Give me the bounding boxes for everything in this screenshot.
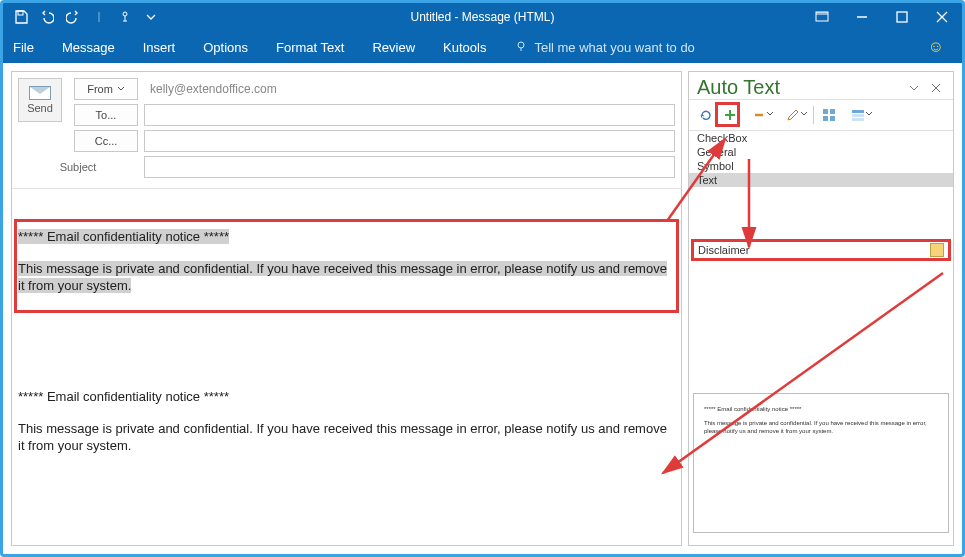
tab-message[interactable]: Message [62, 40, 115, 55]
redo-icon[interactable] [61, 5, 85, 29]
tab-format-text[interactable]: Format Text [276, 40, 344, 55]
maximize-icon[interactable] [882, 3, 922, 31]
ribbon-tabs: File Message Insert Options Format Text … [3, 31, 962, 63]
category-text[interactable]: Text [689, 173, 953, 187]
svg-rect-11 [830, 109, 835, 114]
ribbon-options-icon[interactable] [802, 3, 842, 31]
from-button[interactable]: From [74, 78, 138, 100]
qat-customize-icon[interactable] [139, 5, 163, 29]
subject-label: Subject [18, 161, 138, 173]
category-general[interactable]: General [689, 145, 953, 159]
svg-rect-13 [830, 116, 835, 121]
tell-me-label: Tell me what you want to do [534, 40, 694, 55]
preview-panel: ***** Email confidentiality notice *****… [693, 393, 949, 533]
entry-icon [930, 243, 944, 257]
body-line-1: ***** Email confidentiality notice ***** [18, 229, 229, 244]
title-bar: Untitled - Message (HTML) [3, 3, 962, 31]
edit-icon[interactable] [777, 104, 809, 126]
entry-label: Disclaimer [698, 244, 749, 256]
add-entry-icon[interactable] [719, 104, 741, 126]
tab-options[interactable]: Options [203, 40, 248, 55]
tab-kutools[interactable]: Kutools [443, 40, 486, 55]
smile-icon[interactable]: ☺ [928, 38, 944, 56]
quick-access-toolbar [3, 5, 163, 29]
save-icon[interactable] [9, 5, 33, 29]
pane-title: Auto Text [697, 76, 901, 99]
svg-rect-4 [816, 12, 828, 15]
cc-button[interactable]: Cc... [74, 130, 138, 152]
tab-review[interactable]: Review [372, 40, 415, 55]
body-line-4: This message is private and confidential… [18, 421, 675, 455]
svg-point-2 [123, 12, 127, 16]
pane-toolbar [689, 100, 953, 131]
send-label: Send [27, 102, 53, 114]
message-body[interactable]: ***** Email confidentiality notice *****… [12, 188, 681, 545]
body-line-2: This message is private and confidential… [18, 261, 667, 293]
autotext-entry-disclaimer[interactable]: Disclaimer [691, 239, 951, 261]
to-field[interactable] [144, 104, 675, 126]
category-checkbox[interactable]: CheckBox [689, 131, 953, 145]
svg-rect-12 [823, 116, 828, 121]
view-grid-icon[interactable] [818, 104, 840, 126]
svg-rect-14 [852, 110, 864, 113]
auto-text-pane: Auto Text [688, 71, 954, 546]
category-symbol[interactable]: Symbol [689, 159, 953, 173]
tab-file[interactable]: File [13, 40, 34, 55]
to-button[interactable]: To... [74, 104, 138, 126]
pane-close-icon[interactable] [927, 79, 945, 97]
pane-options-icon[interactable] [905, 79, 923, 97]
preview-line-1: ***** Email confidentiality notice ***** [704, 406, 938, 414]
cc-field[interactable] [144, 130, 675, 152]
preview-line-2: This message is private and confidential… [704, 420, 938, 436]
close-icon[interactable] [922, 3, 962, 31]
svg-point-7 [518, 42, 524, 48]
tell-me-search[interactable]: Tell me what you want to do [514, 40, 694, 55]
body-line-3: ***** Email confidentiality notice ***** [18, 389, 675, 406]
tab-insert[interactable]: Insert [143, 40, 176, 55]
from-value[interactable]: kelly@extendoffice.com [144, 82, 675, 96]
compose-panel: Send From kelly@extendoffice.com To... C… [11, 71, 682, 546]
undo-icon[interactable] [35, 5, 59, 29]
svg-rect-6 [897, 12, 907, 22]
svg-rect-15 [852, 114, 864, 117]
svg-rect-16 [852, 118, 864, 121]
envelope-icon [29, 86, 51, 100]
subject-field[interactable] [144, 156, 675, 178]
lightbulb-icon [514, 40, 528, 54]
remove-icon[interactable] [743, 104, 775, 126]
refresh-icon[interactable] [695, 104, 717, 126]
window-title: Untitled - Message (HTML) [410, 10, 554, 24]
qat-separator-icon [87, 5, 111, 29]
touch-mode-icon[interactable] [113, 5, 137, 29]
send-button[interactable]: Send [18, 78, 62, 122]
category-list: CheckBox General Symbol Text [689, 131, 953, 187]
window-controls [802, 3, 962, 31]
chevron-down-icon [117, 85, 125, 93]
svg-rect-10 [823, 109, 828, 114]
separator [813, 106, 814, 124]
minimize-icon[interactable] [842, 3, 882, 31]
view-list-icon[interactable] [842, 104, 874, 126]
